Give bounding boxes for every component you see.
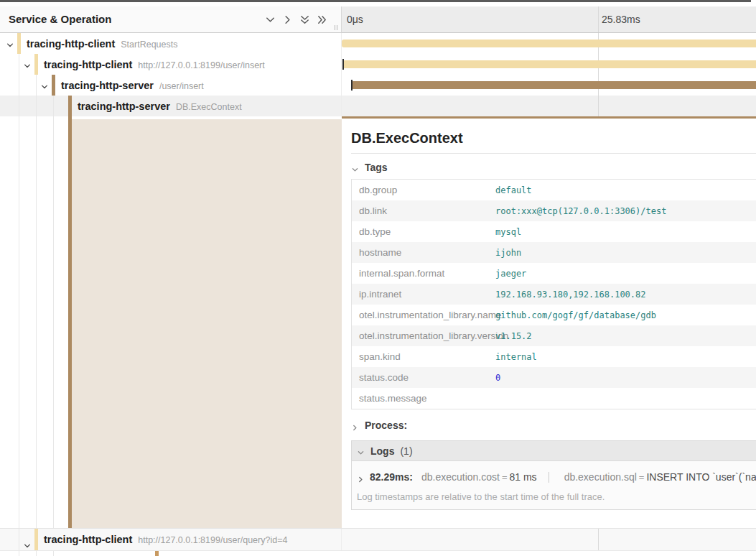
timeline-header-row: Service & Operation 0μs 25.83ms (0, 6, 756, 33)
span-row[interactable]: tracing-http-clientStartRequests (0, 33, 756, 54)
service-color-bar (52, 75, 55, 96)
span-name-cell[interactable]: tracing-http-clienthttp://127.0.0.1:8199… (0, 54, 342, 75)
operation-name: http://127.0.0.1:8199/user/query?id=4 (138, 535, 287, 545)
process-section-header[interactable]: Process: (351, 420, 756, 431)
span-start-tick (351, 80, 353, 91)
span-row[interactable]: tracing-http-server/user/insert (0, 75, 756, 96)
span-timeline-cell[interactable] (342, 54, 756, 75)
tag-value: root:xxx@tcp(127.0.0.1:3306)/test (495, 206, 666, 216)
column-resize-gripper[interactable] (335, 25, 337, 30)
detail-divider (351, 153, 756, 154)
span-row-selected[interactable]: tracing-http-serverDB.ExecContext (0, 96, 756, 116)
collapse-all-icon[interactable] (299, 14, 310, 25)
logs-section-header[interactable]: Logs (1) (352, 441, 756, 461)
span-detail-tint (72, 119, 342, 528)
service-name: tracing-http-client (27, 38, 115, 50)
tag-key: db.type (352, 226, 495, 237)
span-duration-bar[interactable] (342, 60, 756, 68)
table-row: internal.span.formatjaeger (352, 263, 756, 284)
tag-key: status.message (352, 393, 495, 404)
tag-key: hostname (352, 247, 495, 258)
tag-value: v1.15.2 (495, 331, 532, 341)
process-section-label: Process: (365, 420, 407, 431)
chevron-right-icon (351, 422, 359, 430)
span-timeline-cell[interactable] (342, 75, 756, 96)
trace-timeline-view: Service & Operation 0μs 25.83ms (0, 0, 756, 556)
span-duration-bar[interactable] (351, 81, 756, 89)
log-field-key: db.execution.cost (421, 471, 500, 483)
operation-name: http://127.0.0.1:8199/user/insert (138, 60, 265, 70)
service-operation-column-header: Service & Operation (0, 6, 342, 33)
chevron-right-icon (357, 473, 365, 481)
span-name-cell[interactable]: tracing-http-clientStartRequests (0, 33, 342, 54)
span-timeline-cell[interactable] (342, 96, 756, 116)
tags-table: db.groupdefault db.linkroot:xxx@tcp(127.… (351, 179, 756, 409)
span-start-tick (342, 59, 344, 70)
tag-value: jaeger (495, 269, 526, 279)
tag-value: mysql (495, 227, 521, 237)
tags-section-header[interactable]: Tags (351, 162, 756, 173)
table-row: span.kindinternal (352, 346, 756, 367)
table-row: db.typemysql (352, 221, 756, 242)
operation-name: DB.ExecContext (176, 102, 242, 112)
logs-section: Logs (1) 82.29ms: db.execution.cost=81 m… (351, 440, 756, 510)
chevron-down-icon (357, 447, 365, 455)
tag-value: 0 (495, 373, 500, 383)
service-color-bar (34, 529, 38, 550)
span-timeline-cell[interactable] (342, 33, 756, 54)
tag-value: ijohn (495, 248, 521, 258)
table-row: db.groupdefault (352, 180, 756, 200)
table-row: db.linkroot:xxx@tcp(127.0.0.1:3306)/test (352, 200, 756, 221)
viewport-scrubber[interactable] (0, 0, 751, 2)
chevron-down-icon[interactable] (6, 40, 14, 48)
timeline-ruler: 0μs 25.83ms (342, 6, 756, 33)
tag-key: status.code (352, 372, 495, 383)
tags-section-label: Tags (365, 162, 388, 173)
chevron-down-icon (351, 164, 359, 172)
service-name: tracing-http-client (44, 534, 132, 545)
service-name: tracing-http-server (61, 80, 154, 91)
tag-value: 192.168.93.180,192.168.100.82 (495, 289, 646, 300)
span-row-partial[interactable] (0, 551, 756, 556)
service-name: tracing-http-server (78, 101, 170, 112)
logs-hint-text: Log timestamps are relative to the start… (357, 491, 756, 502)
expand-one-icon[interactable] (282, 14, 293, 25)
chevron-down-icon[interactable] (40, 81, 49, 90)
span-duration-bar[interactable] (342, 40, 756, 47)
service-color-bar (68, 96, 72, 116)
span-name-cell[interactable]: tracing-http-serverDB.ExecContext (0, 96, 342, 116)
log-field-key: db.execution.sql (564, 471, 637, 483)
chevron-down-icon[interactable] (23, 60, 32, 69)
span-detail-indent (0, 116, 342, 528)
tag-value: default (495, 185, 532, 195)
tag-key: db.link (352, 205, 495, 216)
chevron-down-icon[interactable] (23, 536, 32, 545)
span-detail-row: DB.ExecContext Tags db.groupdefault db.l… (0, 116, 756, 528)
span-row[interactable]: tracing-http-clienthttp://127.0.0.1:8199… (0, 54, 756, 75)
logs-content: 82.29ms: db.execution.cost=81 ms db.exec… (352, 461, 756, 509)
table-row: otel.instrumentation_library.namegithub.… (352, 305, 756, 325)
span-name-cell[interactable]: tracing-http-clienthttp://127.0.0.1:8199… (0, 529, 342, 550)
tag-value: internal (495, 352, 537, 362)
collapse-one-icon[interactable] (265, 14, 276, 25)
logs-section-label: Logs (370, 445, 394, 457)
tag-value: github.com/gogf/gf/database/gdb (495, 310, 656, 320)
tag-key: span.kind (352, 351, 495, 362)
ruler-gridline (598, 96, 599, 116)
table-row: otel.instrumentation_library.versionv1.1… (352, 325, 756, 346)
tag-key: ip.intranet (352, 289, 495, 300)
expand-all-icon[interactable] (317, 14, 327, 25)
span-detail-panel: DB.ExecContext Tags db.groupdefault db.l… (342, 116, 756, 528)
service-operation-title: Service & Operation (9, 6, 111, 32)
log-entry[interactable]: 82.29ms: db.execution.cost=81 ms db.exec… (357, 471, 756, 483)
table-row: status.code0 (352, 367, 756, 388)
span-name-cell[interactable]: tracing-http-server/user/insert (0, 75, 342, 96)
ruler-tick-label-mid: 25.83ms (602, 6, 640, 32)
log-field-value: 81 ms (510, 471, 537, 483)
operation-name: /user/insert (159, 81, 204, 91)
table-row: hostnameijohn (352, 242, 756, 263)
log-field-separator (549, 472, 549, 483)
span-timeline-cell[interactable] (342, 529, 756, 550)
service-color-bar (155, 551, 159, 556)
span-row[interactable]: tracing-http-clienthttp://127.0.0.1:8199… (0, 528, 756, 551)
